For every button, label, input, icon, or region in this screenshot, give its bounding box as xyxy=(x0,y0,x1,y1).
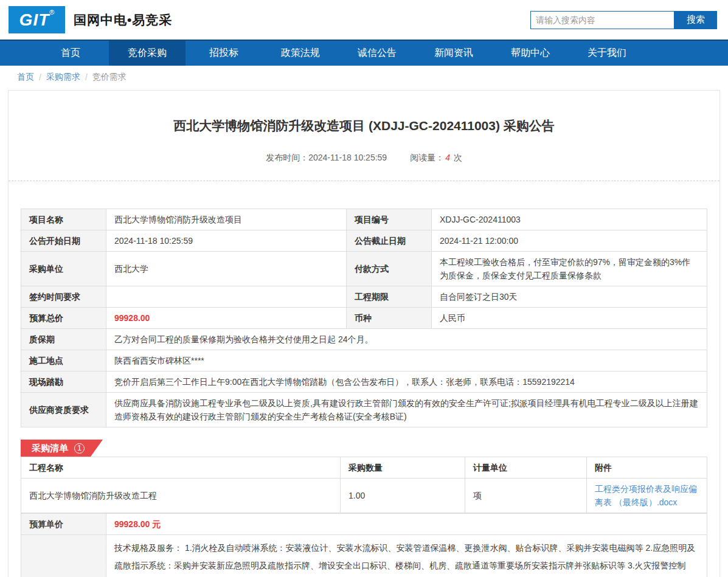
item-unit-cell: 项 xyxy=(465,479,587,513)
detail-value: 2024-11-18 10:25:59 xyxy=(106,230,347,252)
publish-time-value: 2024-11-18 10:25:59 xyxy=(308,153,387,162)
detail-value: 2024-11-21 12:00:00 xyxy=(432,230,707,252)
table-row: 现场踏勘 竞价开启后第三个工作日上午9:00在西北大学博物馆踏勘（包含公告发布日… xyxy=(21,371,707,393)
views-count: 4 xyxy=(444,153,451,162)
views-label: 阅读量： xyxy=(410,153,444,162)
table-row: 供应商资质要求 供应商应具备消防设施工程专业承包二级及以上资质,具有建设行政主管… xyxy=(21,393,707,427)
nav-item-about[interactable]: 关于我们 xyxy=(569,41,645,66)
table-row: 签约时间要求 工程期限 自合同签订之日30天 xyxy=(21,286,707,308)
unit-price-value: 99928.00 元 xyxy=(114,519,161,529)
table-row: 工程内容 技术规格及服务： 1.消火栓及自动喷淋系统：安装液位计、安装水流标识、… xyxy=(21,535,707,577)
badge-number-icon: 1 xyxy=(74,443,85,454)
item-name-cell: 西北大学博物馆消防升级改造工程 xyxy=(21,479,341,513)
detail-value: 人民币 xyxy=(432,308,707,329)
detail-label: 供应商资质要求 xyxy=(21,393,106,427)
detail-label: 项目名称 xyxy=(21,209,106,230)
detail-value: 本工程竣工验收合格后，付至审定价款的97%，留审定金额的3%作为质保金，质保金支… xyxy=(432,252,707,286)
table-row: 项目名称 西北大学博物馆消防升级改造项目 项目编号 XDJJ-GC-202411… xyxy=(21,209,707,230)
search-button[interactable]: 搜索 xyxy=(674,11,717,29)
detail-value: 陕西省西安市碑林区**** xyxy=(106,350,707,371)
detail-label: 现场踏勘 xyxy=(21,371,106,393)
table-row: 施工地点 陕西省西安市碑林区**** xyxy=(21,350,707,371)
page-title: 西北大学博物馆消防升级改造项目 (XDJJ-GC-202411003) 采购公告 xyxy=(21,91,707,134)
publish-time-label: 发布时间： xyxy=(266,153,308,162)
breadcrumb-separator: / xyxy=(85,72,88,82)
registered-mark-icon: ® xyxy=(49,9,54,16)
detail-label: 质保期 xyxy=(21,329,106,350)
table-row: 质保期 乙方对合同工程的质量保修期为验收合格并交付使用之日起 24个月。 xyxy=(21,329,707,350)
detail-value: 自合同签订之日30天 xyxy=(432,286,707,308)
breadcrumb-separator: / xyxy=(39,72,41,82)
item-qty-cell: 1.00 xyxy=(341,479,465,513)
site-logo[interactable]: GIT ® xyxy=(9,6,65,33)
project-details-table: 项目名称 西北大学博物馆消防升级改造项目 项目编号 XDJJ-GC-202411… xyxy=(21,209,707,427)
project-content-value: 技术规格及服务： 1.消火栓及自动喷淋系统：安装液位计、安装水流标识、安装管道保… xyxy=(106,535,707,577)
divider xyxy=(9,181,719,181)
column-header-unit: 计量单位 xyxy=(465,457,587,479)
project-content-label: 工程内容 xyxy=(21,535,106,577)
search-input[interactable] xyxy=(530,11,674,29)
breadcrumb: 首页 / 采购需求 / 竞价需求 xyxy=(0,66,728,89)
detail-value: 供应商应具备消防设施工程专业承包二级及以上资质,具有建设行政主管部门颁发的有效的… xyxy=(106,393,707,427)
item-attachment-cell: 工程类分项报价表及响应偏离表 （最终版）.docx xyxy=(587,479,707,513)
detail-value: 西北大学博物馆消防升级改造项目 xyxy=(106,209,347,230)
detail-label: 币种 xyxy=(347,308,432,329)
detail-value-budget-total: 99928.00 xyxy=(106,308,347,329)
site-name: 国网中电•易竞采 xyxy=(74,12,172,29)
top-header: GIT ® 国网中电•易竞采 搜索 xyxy=(0,0,728,40)
table-row: 预算单价 99928.00 元 xyxy=(21,514,707,535)
logo-text: GIT xyxy=(19,6,50,33)
column-header-qty: 采购数量 xyxy=(341,457,465,479)
announcement-meta: 发布时间：2024-11-18 10:25:59阅读量：4 次 xyxy=(21,153,707,164)
detail-value: 西北大学 xyxy=(106,252,347,286)
detail-label: 工程期限 xyxy=(347,286,432,308)
detail-value xyxy=(106,286,347,308)
budget-total-value: 99928.00 xyxy=(114,313,150,323)
nav-item-policy[interactable]: 政策法规 xyxy=(262,41,339,66)
purchase-items-table: 工程名称 采购数量 计量单位 附件 西北大学博物馆消防升级改造工程 1.00 项… xyxy=(21,457,707,513)
breadcrumb-purchase-demand[interactable]: 采购需求 xyxy=(46,72,80,83)
breadcrumb-current: 竞价需求 xyxy=(92,72,127,83)
search-bar: 搜索 xyxy=(530,11,717,29)
purchase-list-badge-row: 采购清单 1 xyxy=(21,440,707,457)
table-row: 预算总价 99928.00 币种 人民币 xyxy=(21,308,707,329)
nav-item-tender[interactable]: 招投标 xyxy=(185,41,262,66)
nav-item-help[interactable]: 帮助中心 xyxy=(492,41,569,66)
detail-label: 采购单位 xyxy=(21,252,106,286)
detail-value: XDJJ-GC-202411003 xyxy=(432,209,707,230)
detail-label: 公告开始日期 xyxy=(21,230,106,252)
item-extra-table: 预算单价 99928.00 元 工程内容 技术规格及服务： 1.消火栓及自动喷淋… xyxy=(21,513,707,577)
detail-label: 公告截止日期 xyxy=(347,230,432,252)
unit-price-cell: 99928.00 元 xyxy=(106,514,707,535)
nav-item-integrity[interactable]: 诚信公告 xyxy=(339,41,415,66)
table-row: 采购单位 西北大学 付款方式 本工程竣工验收合格后，付至审定价款的97%，留审定… xyxy=(21,252,707,286)
purchase-list-badge: 采购清单 1 xyxy=(21,440,103,457)
detail-label: 项目编号 xyxy=(347,209,432,230)
detail-label: 施工地点 xyxy=(21,350,106,371)
table-header-row: 工程名称 采购数量 计量单位 附件 xyxy=(21,457,707,479)
detail-value: 竞价开启后第三个工作日上午9:00在西北大学博物馆踏勘（包含公告发布日），联系人… xyxy=(106,371,707,393)
breadcrumb-home[interactable]: 首页 xyxy=(17,72,34,83)
unit-price-label: 预算单价 xyxy=(21,514,106,535)
column-header-attachment: 附件 xyxy=(587,457,707,479)
views-unit: 次 xyxy=(454,153,462,162)
detail-label: 付款方式 xyxy=(347,252,432,286)
nav-item-news[interactable]: 新闻资讯 xyxy=(415,41,492,66)
nav-item-home[interactable]: 首页 xyxy=(32,41,109,66)
detail-value: 乙方对合同工程的质量保修期为验收合格并交付使用之日起 24个月。 xyxy=(106,329,707,350)
detail-label: 预算总价 xyxy=(21,308,106,329)
table-row: 公告开始日期 2024-11-18 10:25:59 公告截止日期 2024-1… xyxy=(21,230,707,252)
detail-label: 签约时间要求 xyxy=(21,286,106,308)
column-header-name: 工程名称 xyxy=(21,457,341,479)
nav-item-bidding-purchase[interactable]: 竞价采购 xyxy=(109,41,185,66)
purchase-list-badge-label: 采购清单 xyxy=(32,440,68,457)
main-nav: 首页 竞价采购 招投标 政策法规 诚信公告 新闻资讯 帮助中心 关于我们 xyxy=(0,40,728,66)
table-row: 西北大学博物馆消防升级改造工程 1.00 项 工程类分项报价表及响应偏离表 （最… xyxy=(21,479,707,513)
attachment-link[interactable]: 工程类分项报价表及响应偏离表 （最终版）.docx xyxy=(595,484,697,507)
announcement-card: 西北大学博物馆消防升级改造项目 (XDJJ-GC-202411003) 采购公告… xyxy=(8,90,720,577)
